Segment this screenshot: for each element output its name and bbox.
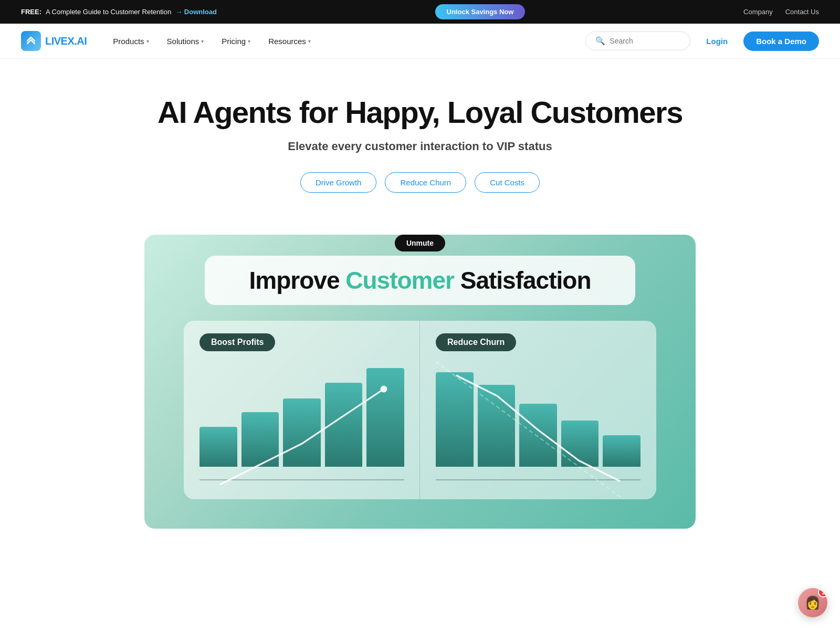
chart-boost-profits: Boost Profits xyxy=(184,321,420,499)
company-link[interactable]: Company xyxy=(743,8,773,16)
logo-brand: LIVEX xyxy=(45,35,74,47)
boost-profits-bars xyxy=(200,362,404,467)
improve-heading: Improve Customer Satisfaction xyxy=(226,266,614,295)
reduce-churn-bars xyxy=(436,362,640,467)
pill-drive-growth[interactable]: Drive Growth xyxy=(300,172,377,193)
bar-c1 xyxy=(436,372,474,467)
nav-item-resources[interactable]: Resources ▾ xyxy=(261,33,318,50)
nav-item-pricing[interactable]: Pricing ▾ xyxy=(214,33,258,50)
contact-link[interactable]: Contact Us xyxy=(785,8,819,16)
reduce-churn-label: Reduce Churn xyxy=(436,333,516,351)
bar-c4 xyxy=(561,421,599,467)
search-box[interactable]: 🔍 xyxy=(585,32,690,50)
chart-reduce-churn: Reduce Churn xyxy=(420,321,656,499)
unmute-button[interactable]: Unmute xyxy=(395,235,445,251)
navbar: LIVEX.AI Products ▾ Solutions ▾ Pricing … xyxy=(0,24,840,59)
top-right-links: Company Contact Us xyxy=(743,8,819,16)
banner-text: FREE: A Complete Guide to Customer Reten… xyxy=(21,8,217,16)
banner-prefix: FREE: xyxy=(21,8,41,16)
nav-left: LIVEX.AI Products ▾ Solutions ▾ Pricing … xyxy=(21,31,318,51)
boost-profits-chart xyxy=(200,362,404,477)
chevron-down-icon: ▾ xyxy=(201,38,204,44)
x-axis-right xyxy=(436,479,640,480)
bar-c2 xyxy=(478,385,516,467)
chevron-down-icon: ▾ xyxy=(146,38,149,44)
logo-suffix: .AI xyxy=(74,35,87,47)
bar-c3 xyxy=(519,404,557,467)
boost-profits-label: Boost Profits xyxy=(200,333,275,351)
chevron-down-icon: ▾ xyxy=(308,38,311,44)
hero-subtitle: Elevate every customer interaction to VI… xyxy=(21,140,819,153)
improve-text-before: Improve xyxy=(249,267,346,294)
visual-container: Unmute Improve Customer Satisfaction Boo… xyxy=(144,235,696,529)
nav-links: Products ▾ Solutions ▾ Pricing ▾ Resourc… xyxy=(106,33,318,50)
bar-4 xyxy=(325,383,363,467)
improve-text-after: Satisfaction xyxy=(454,267,591,294)
login-button[interactable]: Login xyxy=(699,33,735,50)
bar-1 xyxy=(200,427,237,467)
bar-5 xyxy=(366,368,404,467)
bar-c5 xyxy=(603,435,640,467)
logo-icon xyxy=(21,31,41,51)
hero-pills: Drive Growth Reduce Churn Cut Costs xyxy=(21,172,819,193)
x-axis-left xyxy=(200,479,404,480)
top-banner: FREE: A Complete Guide to Customer Reten… xyxy=(0,0,840,24)
improve-highlight: Customer xyxy=(345,267,454,294)
nav-item-solutions[interactable]: Solutions ▾ xyxy=(160,33,212,50)
logo-text: LIVEX.AI xyxy=(45,35,87,47)
nav-right: 🔍 Login Book a Demo xyxy=(585,32,819,51)
chevron-down-icon: ▾ xyxy=(248,38,250,44)
hero-section: AI Agents for Happy, Loyal Customers Ele… xyxy=(0,59,840,235)
reduce-churn-chart xyxy=(436,362,640,477)
improve-card: Improve Customer Satisfaction xyxy=(205,256,635,305)
nav-item-products[interactable]: Products ▾ xyxy=(106,33,156,50)
banner-message: A Complete Guide to Customer Retention xyxy=(46,8,171,16)
logo[interactable]: LIVEX.AI xyxy=(21,31,87,51)
banner-download-link[interactable]: → Download xyxy=(175,8,217,16)
visual-section: Unmute Improve Customer Satisfaction Boo… xyxy=(123,235,717,529)
charts-area: Boost Profits xyxy=(184,321,656,499)
search-input[interactable] xyxy=(610,37,678,45)
banner-cta-button[interactable]: Unlock Savings Now xyxy=(435,4,526,19)
hero-title: AI Agents for Happy, Loyal Customers xyxy=(21,96,819,129)
pill-cut-costs[interactable]: Cut Costs xyxy=(475,172,540,193)
bar-2 xyxy=(242,412,279,467)
book-demo-button[interactable]: Book a Demo xyxy=(743,32,819,51)
search-icon: 🔍 xyxy=(595,36,605,46)
pill-reduce-churn[interactable]: Reduce Churn xyxy=(385,172,466,193)
bar-3 xyxy=(283,398,321,467)
